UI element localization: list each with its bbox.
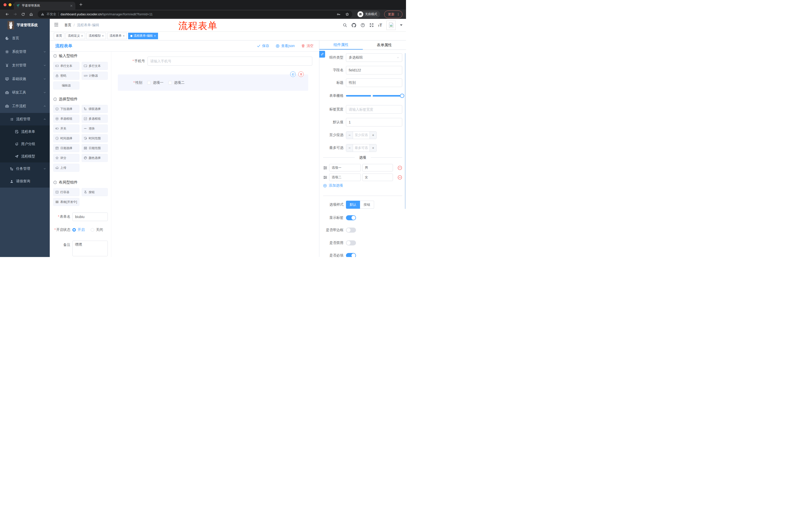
slider-handle[interactable]	[400, 94, 404, 98]
comp-date-picker[interactable]: 日期选择	[53, 144, 79, 152]
help-icon[interactable]	[360, 23, 365, 27]
disabled-toggle[interactable]	[346, 240, 356, 245]
clear-button[interactable]: 清空	[301, 44, 314, 48]
sidebar-item-system[interactable]: 系统管理	[0, 45, 50, 59]
reload-button[interactable]	[20, 11, 27, 18]
drag-handle-icon[interactable]	[323, 166, 327, 170]
browser-tab[interactable]: 芋道管理系统	[14, 2, 76, 9]
tab-component-props[interactable]: 组件属性	[319, 40, 363, 50]
form-name-input[interactable]	[72, 213, 108, 221]
github-icon[interactable]	[351, 23, 356, 28]
tag-close-icon[interactable]: ×	[81, 34, 83, 37]
fullscreen-icon[interactable]	[369, 23, 374, 27]
tag-close-icon[interactable]: ×	[123, 34, 125, 37]
tag-process-form-edit[interactable]: 流程表单-编辑×	[128, 33, 158, 39]
tag-process-definition[interactable]: 流程定义×	[65, 33, 85, 39]
comp-date-range[interactable]: 日期范围	[82, 144, 108, 152]
comp-rate[interactable]: 评分	[53, 154, 79, 162]
tab-form-props[interactable]: 表单属性	[363, 40, 406, 50]
phone-field[interactable]: *手机号	[127, 57, 312, 65]
show-label-toggle[interactable]	[346, 215, 356, 220]
comp-button[interactable]: 按钮	[82, 188, 108, 196]
gender-option2-checkbox[interactable]: 选项二	[168, 80, 184, 85]
security-warning-icon[interactable]	[41, 12, 45, 16]
avatar-caret-icon[interactable]	[400, 24, 403, 26]
comp-time-picker[interactable]: 时间选择	[53, 134, 79, 142]
stepper-increase-button[interactable]: +	[370, 144, 376, 152]
new-tab-button[interactable]	[79, 2, 83, 6]
stepper-placeholder[interactable]: 至少应选	[353, 132, 370, 139]
bookmark-star-icon[interactable]	[345, 12, 349, 16]
sidebar-item-process-form[interactable]: 流程表单	[0, 126, 50, 138]
comp-table[interactable]: 表格[开发中]	[53, 198, 79, 206]
breadcrumb-home[interactable]: 首页	[64, 23, 71, 27]
tag-close-icon[interactable]: ×	[102, 34, 104, 37]
sidebar-item-process-mgmt[interactable]: 流程管理	[0, 113, 50, 126]
option1-label-input[interactable]	[329, 164, 361, 171]
option2-label-input[interactable]	[329, 173, 361, 181]
view-json-button[interactable]: 查看json	[276, 44, 295, 48]
comp-time-range[interactable]: 时间范围	[82, 134, 108, 142]
gender-option1-checkbox[interactable]: 选项一	[147, 80, 163, 85]
comp-editor[interactable]: 编辑器	[53, 81, 79, 89]
gender-field-selected[interactable]: *性别 选项一 选项二	[118, 75, 308, 91]
tag-process-form[interactable]: 流程表单×	[107, 33, 127, 39]
stepper-placeholder[interactable]: 最多可选	[353, 144, 370, 152]
comp-password[interactable]: 密码	[53, 72, 79, 80]
stepper-increase-button[interactable]: +	[370, 132, 376, 139]
sidebar-item-leave-query[interactable]: 请假查询	[0, 175, 50, 188]
sidebar-collapse-icon[interactable]	[54, 22, 59, 27]
sidebar-item-infra[interactable]: 基础设施	[0, 72, 50, 86]
default-value-input[interactable]	[346, 118, 402, 127]
sidebar-item-devtools[interactable]: 研发工具	[0, 86, 50, 99]
remove-option-button[interactable]	[398, 165, 402, 170]
comp-select[interactable]: 下拉选择	[53, 105, 79, 113]
component-type-select[interactable]: 多选框组	[346, 53, 402, 62]
sidebar-item-workflow[interactable]: 工作流程	[0, 99, 50, 113]
font-size-icon[interactable]: TT	[378, 23, 382, 27]
tag-process-model[interactable]: 流程模型×	[86, 33, 106, 39]
with-border-toggle[interactable]	[346, 227, 356, 233]
window-close-button[interactable]	[3, 3, 6, 6]
avatar[interactable]	[386, 21, 396, 30]
status-open-radio[interactable]: 开启	[72, 227, 85, 232]
sidebar-item-user-group[interactable]: 用户分组	[0, 138, 50, 150]
title-input[interactable]	[346, 78, 402, 87]
tab-close-icon[interactable]	[70, 4, 73, 7]
stepper-decrease-button[interactable]: −	[346, 144, 353, 152]
drag-handle-icon[interactable]	[323, 175, 327, 180]
status-closed-radio[interactable]: 关闭	[91, 227, 103, 232]
comp-radio-group[interactable]: 单选框组	[53, 115, 79, 123]
window-minimize-button[interactable]	[8, 3, 11, 6]
tag-close-icon[interactable]: ×	[154, 34, 156, 37]
form-grid-slider[interactable]	[346, 95, 402, 97]
save-button[interactable]: 保存	[257, 44, 269, 48]
duplicate-component-button[interactable]	[290, 72, 296, 77]
password-key-icon[interactable]	[337, 12, 341, 16]
stepper-decrease-button[interactable]: −	[346, 132, 353, 139]
add-option-button[interactable]: 添加选项	[323, 183, 343, 188]
style-button-button[interactable]: 按钮	[360, 201, 374, 209]
field-name-input[interactable]	[346, 66, 402, 75]
comp-counter[interactable]: 123计数器	[82, 72, 108, 80]
comp-single-line-text[interactable]: 单行文本	[53, 62, 79, 70]
sidebar-item-task-mgmt[interactable]: 任务管理	[0, 162, 50, 175]
comp-color-picker[interactable]: 颜色选择	[82, 154, 108, 162]
url-bar[interactable]: 不安全 dashboard.yudao.iocoder.cn/bpm/manag…	[38, 10, 352, 18]
comp-upload[interactable]: 上传	[53, 164, 79, 172]
required-toggle[interactable]	[346, 253, 356, 257]
comp-switch[interactable]: 开关	[53, 125, 79, 133]
delete-component-button[interactable]	[298, 72, 304, 77]
comp-checkbox-group[interactable]: 多选框组	[82, 115, 108, 123]
update-button[interactable]: 更新	[384, 10, 403, 18]
form-remark-textarea[interactable]: 嘿嘿	[72, 241, 108, 256]
sidebar-item-payment[interactable]: 支付管理	[0, 59, 50, 72]
back-button[interactable]	[3, 11, 10, 18]
home-button[interactable]	[28, 11, 35, 18]
comp-slider[interactable]: 滑块	[82, 125, 108, 133]
style-default-button[interactable]: 默认	[346, 201, 360, 209]
sidebar-item-home[interactable]: 首页	[0, 31, 50, 45]
browser-menu-icon[interactable]	[397, 12, 400, 16]
sidebar-item-process-model[interactable]: 流程模型	[0, 150, 50, 162]
comp-cascader[interactable]: 级联选择	[82, 105, 108, 113]
